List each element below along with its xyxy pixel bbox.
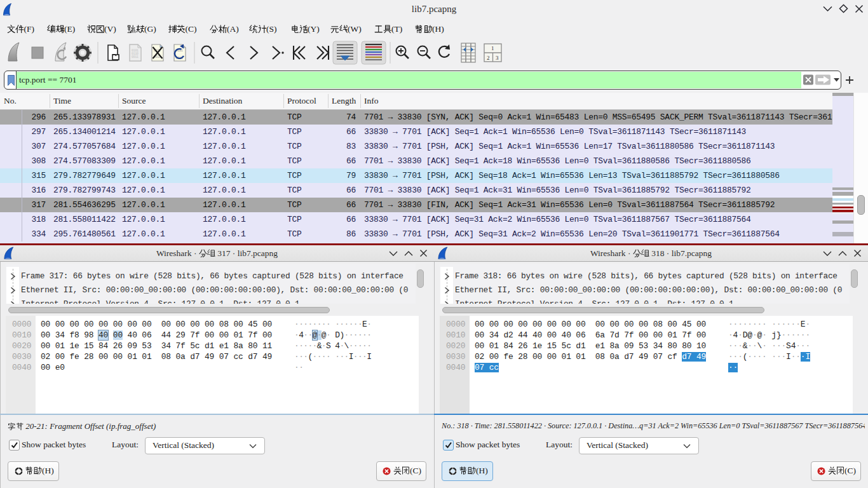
- svg-text:0011: 0011: [132, 55, 139, 58]
- svg-text:3: 3: [496, 55, 499, 61]
- svg-text:2: 2: [487, 55, 490, 61]
- svg-text:1: 1: [491, 45, 494, 51]
